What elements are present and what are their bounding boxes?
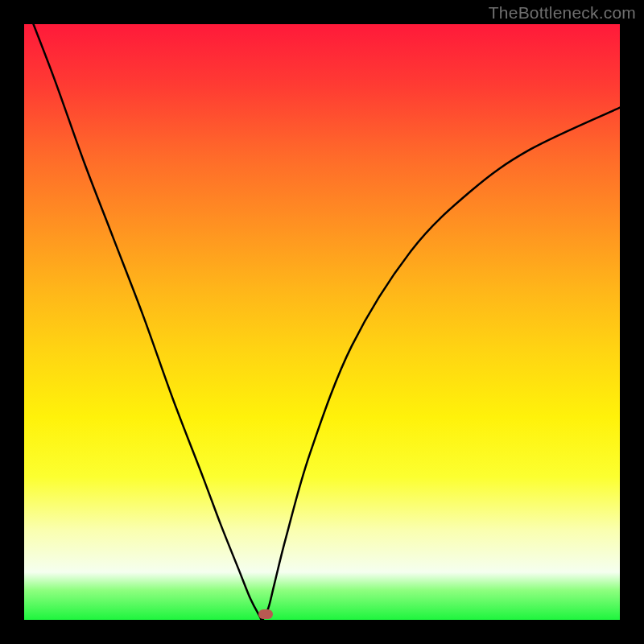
plot-area (24, 24, 620, 620)
watermark-text: TheBottleneck.com (489, 3, 636, 23)
curve-svg (24, 24, 620, 620)
bottleneck-curve (24, 24, 620, 620)
chart-frame: TheBottleneck.com (0, 0, 644, 644)
minimum-marker (258, 609, 273, 619)
